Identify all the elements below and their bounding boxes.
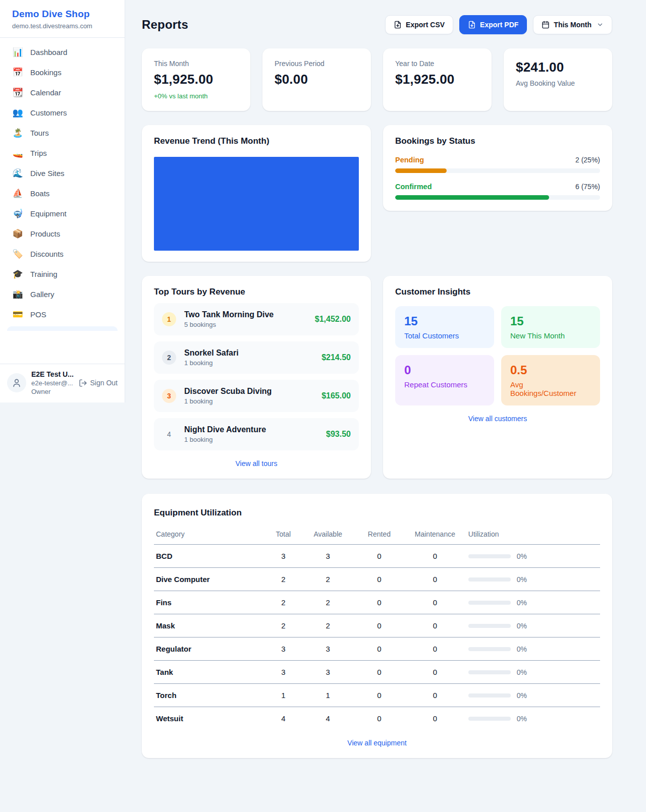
wave-icon: 🌊 <box>12 169 23 178</box>
credit-card-icon: 💳 <box>12 310 23 319</box>
stat-label: Avg Booking Value <box>516 79 600 87</box>
cell-maintenance: 0 <box>404 661 466 684</box>
sidebar-item-products[interactable]: 📦 Products <box>6 225 119 242</box>
status-count: 6 (75%) <box>575 183 600 191</box>
tour-row: 4 Night Dive Adventure 1 booking $93.50 <box>154 418 359 450</box>
bookings-by-status-card: Bookings by Status Pending 2 (25%) Confi… <box>383 125 612 211</box>
tour-bookings: 1 booking <box>184 397 313 405</box>
sidebar-item-gallery[interactable]: 📸 Gallery <box>6 286 119 303</box>
charts-row: Revenue Trend (This Month) Bookings by S… <box>142 125 612 262</box>
tile-value: 15 <box>510 314 591 328</box>
rank-badge: 2 <box>162 351 176 365</box>
sidebar-item-label: Training <box>30 270 58 278</box>
brand-name: Demo Dive Shop <box>12 9 113 20</box>
cell-rented: 0 <box>355 684 404 707</box>
sidebar-item-pos[interactable]: 💳 POS <box>6 306 119 323</box>
sidebar-item-dive-sites[interactable]: 🌊 Dive Sites <box>6 165 119 182</box>
equipment-utilization-card: Equipment Utilization Category Total Ava… <box>142 494 612 758</box>
sidebar-item-training[interactable]: 🎓 Training <box>6 266 119 282</box>
tile-new-this-month: 15 New This Month <box>501 306 600 348</box>
main-content: Reports Export CSV Export PDF <box>125 0 646 778</box>
view-all-tours-link[interactable]: View all tours <box>154 459 359 468</box>
top-tours-title: Top Tours by Revenue <box>154 287 359 297</box>
col-available: Available <box>301 527 355 545</box>
period-dropdown[interactable]: This Month <box>533 15 612 34</box>
customer-insights-card: Customer Insights 15 Total Customers 15 … <box>383 276 612 479</box>
cell-category: Fins <box>154 591 265 614</box>
sidebar-item-dashboard[interactable]: 📊 Dashboard <box>6 44 119 61</box>
sidebar-item-customers[interactable]: 👥 Customers <box>6 104 119 121</box>
table-row: Regulator 3 3 0 0 0% <box>154 637 600 661</box>
cell-utilization: 0% <box>466 614 600 637</box>
file-export-icon <box>468 21 476 29</box>
cell-total: 2 <box>265 591 301 614</box>
tile-repeat-customers: 0 Repeat Customers <box>395 355 494 405</box>
cell-available: 3 <box>301 545 355 568</box>
tile-value: 0 <box>404 363 485 377</box>
sidebar-item-boats[interactable]: ⛵ Boats <box>6 185 119 202</box>
sidebar-item-label: Discounts <box>30 250 64 258</box>
revenue-trend-chart <box>154 157 359 251</box>
tile-label: Avg Bookings/Customer <box>510 380 591 397</box>
bookings-calendar-icon: 📅 <box>12 68 23 77</box>
sidebar-item-reports-partial[interactable] <box>7 326 118 331</box>
table-row: Torch 1 1 0 0 0% <box>154 684 600 707</box>
sidebar-item-bookings[interactable]: 📅 Bookings <box>6 64 119 81</box>
tour-name: Night Dive Adventure <box>184 425 318 434</box>
cell-utilization: 0% <box>466 684 600 707</box>
island-icon: 🏝️ <box>12 129 23 137</box>
cell-utilization: 0% <box>466 545 600 568</box>
tour-bookings: 5 bookings <box>184 321 307 328</box>
sign-out-button[interactable]: Sign Out <box>79 379 118 387</box>
tour-name: Two Tank Morning Dive <box>184 310 307 319</box>
sidebar-item-label: Calendar <box>30 88 61 97</box>
rank-badge: 3 <box>162 389 176 403</box>
cell-rented: 0 <box>355 637 404 661</box>
sidebar-item-calendar[interactable]: 📆 Calendar <box>6 84 119 101</box>
cell-available: 4 <box>301 707 355 730</box>
tour-bookings: 1 booking <box>184 436 318 443</box>
period-label: This Month <box>554 21 591 29</box>
sidebar-item-tours[interactable]: 🏝️ Tours <box>6 125 119 141</box>
stat-card-avg-booking-value: $241.00 Avg Booking Value <box>504 48 612 111</box>
revenue-trend-card: Revenue Trend (This Month) <box>142 125 371 262</box>
revenue-trend-title: Revenue Trend (This Month) <box>154 136 359 146</box>
utilization-bar <box>468 647 511 651</box>
speedboat-icon: 🚤 <box>12 149 23 157</box>
person-icon <box>12 378 22 388</box>
status-count: 2 (25%) <box>575 156 600 164</box>
equipment-utilization-title: Equipment Utilization <box>154 508 600 518</box>
bookings-by-status-title: Bookings by Status <box>395 136 600 146</box>
table-row: Tank 3 3 0 0 0% <box>154 661 600 684</box>
export-csv-button[interactable]: Export CSV <box>385 15 453 34</box>
chevron-down-icon <box>597 21 604 28</box>
view-all-customers-link[interactable]: View all customers <box>395 415 600 423</box>
tag-icon: 🏷️ <box>12 250 23 258</box>
sailboat-icon: ⛵ <box>12 189 23 198</box>
stat-card-year-to-date: Year to Date $1,925.00 <box>383 48 492 111</box>
cell-rented: 0 <box>355 614 404 637</box>
cell-available: 2 <box>301 591 355 614</box>
sidebar-item-label: POS <box>30 310 46 319</box>
view-all-equipment-link[interactable]: View all equipment <box>154 739 600 747</box>
cell-rented: 0 <box>355 591 404 614</box>
insights-grid: 15 Total Customers 15 New This Month 0 R… <box>395 306 600 405</box>
tile-label: New This Month <box>510 331 591 340</box>
utilization-bar <box>468 624 511 628</box>
sidebar-item-trips[interactable]: 🚤 Trips <box>6 145 119 161</box>
tile-total-customers: 15 Total Customers <box>395 306 494 348</box>
graduation-cap-icon: 🎓 <box>12 270 23 278</box>
cell-utilization: 0% <box>466 707 600 730</box>
export-pdf-button[interactable]: Export PDF <box>459 15 527 34</box>
customer-insights-title: Customer Insights <box>395 287 600 297</box>
sidebar-item-label: Products <box>30 229 60 238</box>
customers-icon: 👥 <box>12 108 23 117</box>
cell-utilization: 0% <box>466 591 600 614</box>
sign-out-label: Sign Out <box>90 379 118 387</box>
tile-value: 15 <box>404 314 485 328</box>
sidebar-item-discounts[interactable]: 🏷️ Discounts <box>6 246 119 262</box>
user-meta: E2E Test U... e2e-tester@... Owner <box>31 370 74 395</box>
stat-card-previous-period: Previous Period $0.00 <box>262 48 371 111</box>
sidebar-item-equipment[interactable]: 🤿 Equipment <box>6 205 119 222</box>
cell-utilization: 0% <box>466 661 600 684</box>
